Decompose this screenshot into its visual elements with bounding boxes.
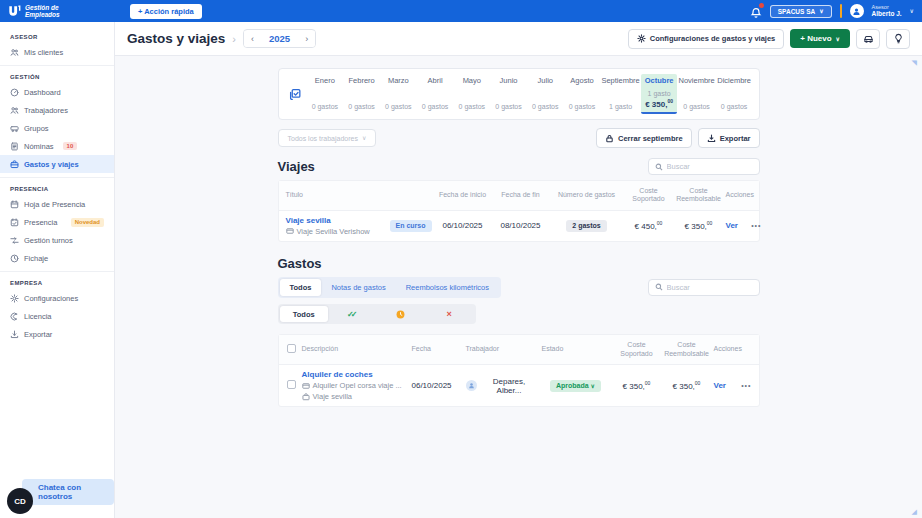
month-cell[interactable]: Noviembre0 gastos (677, 74, 715, 114)
workers-filter-dropdown[interactable]: Todos los trabajadores ∨ (278, 129, 377, 147)
month-cell-active[interactable]: Octubre 1 gasto € 350,00 (641, 74, 678, 114)
filter-rejected[interactable]: × (425, 306, 474, 322)
chat-button[interactable]: Chatea con nosotros (22, 479, 114, 505)
notifications-bell-icon[interactable] (750, 5, 762, 17)
sidebar-item-exportar[interactable]: Exportar (0, 325, 114, 343)
month-amount: € 350,00 (642, 98, 677, 110)
trip-cost: € 450,00 (624, 215, 674, 236)
select-all-checkbox[interactable] (287, 344, 296, 353)
month-cell[interactable]: Julio0 gastos (527, 74, 564, 114)
payroll-icon (10, 142, 19, 151)
trip-view-link[interactable]: Ver (726, 221, 738, 230)
logo-icon (8, 5, 21, 18)
divider (840, 4, 842, 18)
novedad-badge: Novedad (71, 218, 104, 227)
company-selector[interactable]: SPACUS SA ∨ (770, 5, 832, 18)
tab-todos[interactable]: Todos (280, 279, 322, 296)
sidebar-item-mis-clientes[interactable]: Mis clientes (0, 43, 114, 61)
app-logo: Gestión de Empleados (8, 4, 116, 19)
row-checkbox[interactable] (287, 380, 296, 389)
viajes-search-input[interactable] (667, 162, 753, 171)
sidebar-item-configuraciones[interactable]: Configuraciones (0, 289, 114, 307)
tab-reembolsos-kilometricos[interactable]: Reembolsos kilométricos (396, 279, 499, 296)
close-month-button[interactable]: Cerrar septiembre (596, 128, 692, 148)
expense-settings-button[interactable]: Configuraciones de gastos y viajes (628, 29, 784, 49)
sidebar-item-label: Grupos (24, 124, 49, 133)
month-cell[interactable]: Diciembre0 gastos (716, 74, 753, 114)
worker-name: Depares, Alber... (481, 377, 538, 395)
expense-status-dropdown[interactable]: Aprobada ∨ (550, 380, 601, 392)
tips-button[interactable] (886, 29, 910, 49)
download-icon (707, 134, 716, 143)
trip-title-link[interactable]: Viaje sevilla (286, 216, 331, 225)
sidebar-item-fichaje[interactable]: Fichaje (0, 249, 114, 267)
sidebar-item-licencia[interactable]: Licencia (0, 307, 114, 325)
trip-end-date: 08/10/2025 (492, 216, 550, 235)
month-cell[interactable]: Marzo0 gastos (380, 74, 417, 114)
more-actions-icon[interactable]: ••• (751, 222, 761, 229)
sidebar-item-gastos-y-viajes[interactable]: Gastos y viajes (0, 155, 114, 173)
trip-expenses-count-badge: 2 gastos (566, 220, 606, 232)
user-role: Asesor (872, 4, 902, 10)
filter-pending[interactable] (377, 306, 426, 322)
user-avatar[interactable] (850, 4, 864, 18)
prev-year-button[interactable]: ‹ (244, 31, 261, 47)
expense-detail-line: Alquiler Opel corsa viaje ... (302, 381, 408, 390)
chat-avatar[interactable]: CD (7, 488, 33, 514)
month-cell[interactable]: Junio0 gastos (490, 74, 527, 114)
car-icon (863, 33, 874, 44)
gastos-search-input[interactable] (667, 283, 753, 292)
month-cell[interactable]: Septiembre1 gasto (600, 74, 640, 114)
lightbulb-icon (893, 33, 904, 44)
expense-title-link[interactable]: Alquiler de coches (302, 370, 373, 379)
sidebar-section-gestion: GESTIÓN (0, 69, 114, 83)
new-button[interactable]: + Nuevo ∨ (790, 29, 850, 48)
company-name: SPACUS SA (778, 8, 815, 15)
pending-clock-icon (396, 310, 405, 319)
expense-view-link[interactable]: Ver (714, 381, 726, 390)
sidebar-item-trabajadores[interactable]: Trabajadores (0, 101, 114, 119)
quick-action-button[interactable]: + Acción rápida (130, 4, 202, 19)
vehicles-button[interactable] (856, 29, 880, 49)
month-cell[interactable]: Enero0 gastos (307, 74, 344, 114)
chevron-down-icon: ∨ (836, 36, 840, 42)
sidebar-item-gestion-turnos[interactable]: Gestión turnos (0, 231, 114, 249)
month-cell[interactable]: Agosto0 gastos (564, 74, 601, 114)
column-header-fecha-fin: Fecha de fin (492, 185, 550, 205)
filter-todos[interactable]: Todos (280, 306, 329, 322)
viajes-search (648, 158, 760, 175)
sidebar-item-grupos[interactable]: Grupos (0, 119, 114, 137)
month-cell[interactable]: Febrero0 gastos (343, 74, 380, 114)
sidebar: ASESOR Mis clientes GESTIÓN Dashboard Tr… (0, 22, 115, 518)
app-screen: Gestión de Empleados + Acción rápida SPA… (0, 0, 922, 518)
more-actions-icon[interactable]: ••• (741, 382, 751, 389)
export-label: Exportar (720, 134, 751, 143)
scroll-corner-icon: ◢ (912, 508, 917, 515)
chevron-down-icon: ∨ (591, 383, 595, 389)
workers-icon (10, 106, 19, 115)
sidebar-item-presencia[interactable]: Presencia Novedad (0, 213, 114, 231)
card-icon (286, 227, 294, 235)
expense-trip-line: Viaje sevilla (302, 392, 408, 401)
sidebar-item-dashboard[interactable]: Dashboard (0, 83, 114, 101)
sidebar-item-label: Hoja de Presencia (24, 200, 85, 209)
clipboard-check-icon[interactable] (285, 74, 307, 114)
viajes-table-row: Viaje sevilla Viaje Sevilla Verishow En … (279, 211, 759, 241)
trip-reimbursable: € 350,00 (674, 215, 724, 236)
presence-icon (10, 218, 19, 227)
chevron-down-icon: ∨ (819, 8, 823, 14)
sidebar-item-hoja-de-presencia[interactable]: Hoja de Presencia (0, 195, 114, 213)
export-button[interactable]: Exportar (698, 128, 760, 148)
chevron-down-icon[interactable]: ∨ (910, 8, 914, 14)
month-cell[interactable]: Abril0 gastos (417, 74, 454, 114)
app-title: Gestión de Empleados (25, 4, 60, 19)
sidebar-item-label: Gastos y viajes (24, 160, 79, 169)
gastos-tabs-row: Todos Notas de gastos Reembolsos kilomét… (278, 277, 760, 298)
tab-notas-de-gastos[interactable]: Notas de gastos (321, 279, 395, 296)
month-cell[interactable]: Mayo0 gastos (453, 74, 490, 114)
user-info[interactable]: Asesor Alberto J. (872, 4, 902, 18)
sidebar-item-nominas[interactable]: Nóminas 10 (0, 137, 114, 155)
next-year-button[interactable]: › (298, 31, 315, 47)
viajes-heading: Viajes (278, 159, 315, 174)
filter-approved[interactable]: ✓✓ (328, 306, 377, 322)
